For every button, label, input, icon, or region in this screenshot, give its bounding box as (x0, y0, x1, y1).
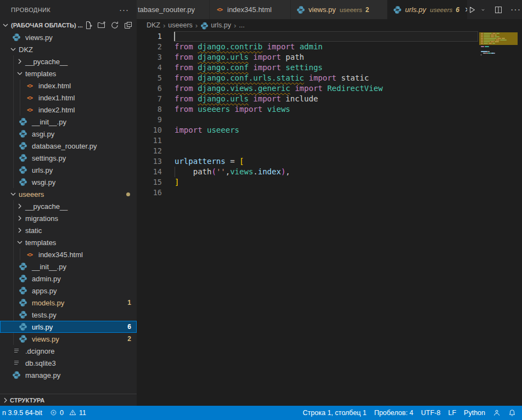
status-encoding[interactable]: UTF-8 (417, 406, 444, 420)
code-line-14[interactable]: 14 path('',views.index), (137, 167, 522, 177)
tree-folder-__pycache__[interactable]: __pycache__ (0, 55, 137, 67)
tree-folder-migrations[interactable]: migrations (0, 212, 137, 224)
tree-item-wsgi.py[interactable]: wsgi.py (0, 176, 137, 188)
explorer-title: ПРОВОДНИК (11, 7, 50, 13)
line-number: 12 (137, 146, 162, 156)
tree-item-index2.html[interactable]: <>index2.html (0, 104, 137, 116)
code-line-15[interactable]: 15] (137, 177, 522, 188)
html-file-icon: <> (25, 81, 34, 90)
breadcrumb-item-useeers[interactable]: useeers (168, 21, 192, 29)
tree-folder-__pycache__[interactable]: __pycache__ (0, 200, 137, 212)
code-text: from django.urls import include (175, 94, 318, 104)
code-text: from useeers import views (175, 104, 290, 115)
tree-item-.dcignore[interactable]: .dcignore (0, 345, 137, 357)
breadcrumb-item-...[interactable]: ... (239, 21, 244, 29)
line-number: 1 (137, 31, 162, 42)
collapse-all-icon[interactable] (124, 21, 132, 30)
code-line-5[interactable]: 5from django.conf.urls.static import sta… (137, 73, 522, 83)
line-number: 5 (137, 73, 162, 83)
tree-folder-useeers[interactable]: useeers (0, 188, 137, 200)
tree-item-urls.py[interactable]: urls.py (0, 164, 137, 176)
editor-group: tabase_roouter.py<>index345.htmlviews.py… (137, 0, 522, 406)
tree-item-__init__.py[interactable]: __init__.py (0, 116, 137, 128)
python-file-icon (19, 154, 27, 162)
tree-item-index.html[interactable]: <>index.html (0, 80, 137, 92)
text-cursor (174, 32, 175, 41)
tree-folder-static[interactable]: static (0, 224, 137, 236)
code-line-8[interactable]: 8from useeers import views (137, 104, 522, 115)
status-problems[interactable]: 011 (46, 406, 90, 420)
run-dropdown-icon[interactable] (480, 7, 486, 13)
code-line-6[interactable]: 6from django.views.generic import Redire… (137, 83, 522, 94)
breadcrumb-item-urls.py[interactable]: urls.py (200, 21, 231, 30)
tree-item-views.py[interactable]: views.py2 (0, 333, 137, 345)
code-line-2[interactable]: 2from django.contrib import admin (137, 42, 522, 52)
code-line-1[interactable]: 1 (137, 31, 522, 42)
tree-item-urls.py[interactable]: urls.py6 (0, 321, 137, 333)
breadcrumb-separator: › (163, 21, 165, 30)
python-file-icon (19, 117, 27, 126)
line-number: 4 (137, 63, 162, 73)
code-editor[interactable]: 12from django.contrib import admin3from … (137, 31, 522, 406)
more-actions-icon[interactable]: ··· (510, 8, 521, 12)
tree-item-label: db.sqlite3 (25, 359, 56, 367)
chevron-down-icon (15, 238, 24, 247)
code-line-7[interactable]: 7from django.urls import include (137, 94, 522, 104)
status-indentation[interactable]: Пробелов: 4 (371, 406, 417, 420)
outline-section-header[interactable]: СТРУКТУРА (0, 394, 137, 406)
refresh-icon[interactable] (110, 21, 119, 30)
code-line-13[interactable]: 13urlpatterns = [ (137, 156, 522, 167)
status-language-mode[interactable]: Python (460, 406, 489, 420)
code-line-10[interactable]: 10import useeers (137, 125, 522, 135)
new-folder-icon[interactable] (97, 21, 106, 30)
tree-item-apps.py[interactable]: apps.py (0, 285, 137, 297)
tree-folder-DKZ[interactable]: DKZ (0, 43, 137, 55)
code-text: from django.urls import path (175, 52, 304, 63)
tab-index345.html[interactable]: <>index345.html (210, 0, 291, 19)
tree-item-settings.py[interactable]: settings.py (0, 152, 137, 164)
status-eol[interactable]: LF (444, 406, 460, 420)
tab-urls.py[interactable]: urls.pyuseeers6× (388, 0, 468, 19)
tree-item-index1.html[interactable]: <>index1.html (0, 92, 137, 104)
python-file-icon (19, 178, 27, 186)
tree-item-asgi.py[interactable]: asgi.py (0, 128, 137, 140)
html-file-icon: <> (25, 250, 34, 259)
explorer-sidebar: ПРОВОДНИК ··· (РАБОЧАЯ ОБЛАСТЬ) ... view… (0, 0, 137, 406)
code-text: path('',views.index), (175, 167, 290, 177)
tree-item-__init__.py[interactable]: __init__.py (0, 260, 137, 273)
explorer-more-actions-icon[interactable]: ··· (119, 7, 129, 13)
breadcrumb-item-DKZ[interactable]: DKZ (147, 21, 160, 29)
status-feedback[interactable] (489, 406, 504, 420)
tab-tabase_roouter.py[interactable]: tabase_roouter.py (137, 0, 210, 19)
code-line-3[interactable]: 3from django.urls import path (137, 52, 522, 63)
tree-item-views.py[interactable]: views.py (0, 31, 137, 43)
tree-item-database_roouter.py[interactable]: database_roouter.py (0, 140, 137, 152)
code-line-11[interactable]: 11 (137, 135, 522, 146)
status-cursor-position[interactable]: Строка 1, столбец 1 (299, 406, 371, 420)
code-line-9[interactable]: 9 (137, 115, 522, 125)
new-file-icon[interactable] (84, 21, 93, 30)
minimap[interactable] (479, 31, 518, 108)
tree-item-models.py[interactable]: models.py1 (0, 297, 137, 309)
code-lines[interactable]: 12from django.contrib import admin3from … (137, 31, 522, 198)
split-editor-icon[interactable] (494, 5, 503, 14)
code-line-4[interactable]: 4from django.conf import settings (137, 63, 522, 73)
tree-item-manage.py[interactable]: manage.py (0, 369, 137, 381)
tree-item-db.sqlite3[interactable]: db.sqlite3 (0, 357, 137, 369)
tree-folder-templates[interactable]: templates (0, 236, 137, 248)
tab-label: urls.py (405, 5, 426, 14)
run-button[interactable] (468, 5, 476, 14)
bell-icon (508, 409, 516, 417)
tree-item-tests.py[interactable]: tests.py (0, 309, 137, 321)
workspace-section-header[interactable]: (РАБОЧАЯ ОБЛАСТЬ) ... (0, 19, 137, 31)
tree-item-admin.py[interactable]: admin.py (0, 273, 137, 285)
tree-item-label: __init__.py (32, 263, 66, 271)
tab-views.py[interactable]: views.pyuseeers2 (291, 0, 388, 19)
status-python-version[interactable]: n 3.9.5 64-bit (0, 406, 46, 420)
status-notifications[interactable] (504, 406, 520, 420)
tree-item-index345.html[interactable]: <>index345.html (0, 248, 137, 260)
tree-folder-templates[interactable]: templates (0, 67, 137, 80)
editor-actions: ··· (468, 0, 522, 19)
code-line-12[interactable]: 12 (137, 146, 522, 156)
code-line-16[interactable]: 16 (137, 188, 522, 198)
